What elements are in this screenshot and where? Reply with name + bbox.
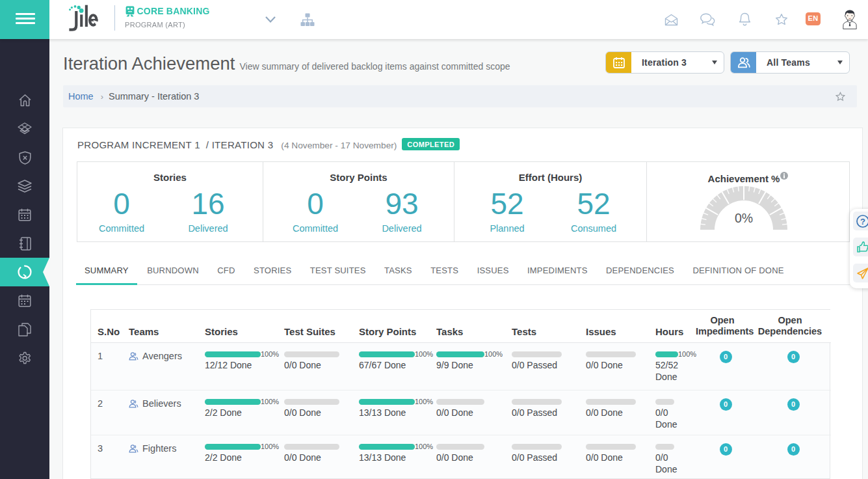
svg-text:0%: 0%: [734, 211, 752, 225]
svg-text:?: ?: [860, 216, 865, 226]
